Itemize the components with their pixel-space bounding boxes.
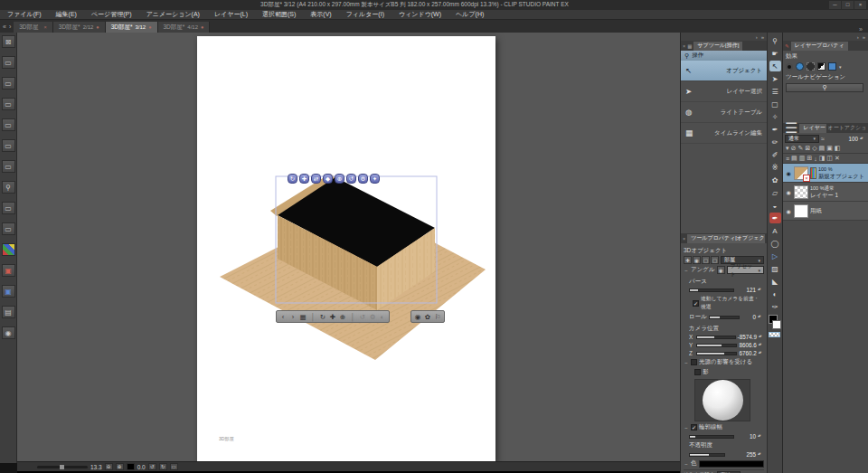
restore-button[interactable]: □	[842, 1, 854, 9]
object-rotate-y-icon[interactable]: ⊕	[335, 174, 344, 184]
layer-visibility-icon[interactable]: ◉	[785, 189, 792, 195]
subtool-timeline-edit[interactable]: ▦ タイムライン編集	[681, 123, 767, 144]
tab-status-icon[interactable]: ●	[201, 24, 203, 30]
text-tool[interactable]: A	[769, 225, 781, 236]
menu-item[interactable]: フィルター(I)	[339, 10, 392, 19]
camera-pan-icon[interactable]: ✚	[299, 174, 309, 184]
layer-color-icon[interactable]	[817, 62, 826, 71]
layer-thumbnail[interactable]: ×	[794, 166, 808, 180]
expression-color-icon[interactable]	[828, 62, 836, 71]
prev-object-button[interactable]: ‹	[279, 313, 287, 321]
layer-visibility-icon[interactable]: ◉	[785, 208, 792, 214]
stepper-icon[interactable]: ▴▾	[758, 288, 764, 292]
ruler-tool[interactable]: ☰	[769, 86, 781, 97]
auto-select-tool[interactable]: ✧	[769, 111, 781, 122]
tool-navigation-button[interactable]: ⚲	[786, 83, 863, 92]
camera-angle-icon[interactable]: ◉	[717, 266, 725, 274]
draft-layer[interactable]: ✎	[797, 145, 803, 152]
subtool-group-header[interactable]: ⚲ 操作	[681, 51, 767, 61]
next-object-button[interactable]: ›	[289, 313, 297, 321]
filter-dropdown[interactable]: ▾	[786, 145, 789, 152]
new-layer[interactable]: ▤	[791, 155, 797, 162]
subtool-object[interactable]: ↖ オブジェクト	[681, 61, 767, 81]
document-page[interactable]: ↻✚⇄◆⊕↺⚙✦ ‹›▦│↻✚⊕│↺⚙◐ ◉✿⚐ 3D部屋	[197, 36, 495, 461]
layer-row-paper[interactable]: ◉ 用紙	[783, 202, 868, 221]
roll-slider[interactable]	[709, 316, 740, 319]
separator[interactable]: │	[349, 313, 356, 321]
menu-item[interactable]: 表示(V)	[303, 10, 338, 19]
camera-shortcut[interactable]: ◉	[2, 326, 15, 339]
figure-tool[interactable]: ▷	[769, 251, 781, 261]
subtool-tab[interactable]: サブツール[操作]	[693, 42, 742, 51]
3d-scene[interactable]	[197, 36, 495, 461]
pen-tool[interactable]: ✒	[769, 124, 781, 135]
canvas-tab-1[interactable]: 3D部屋 ×	[14, 22, 53, 33]
panel-close-icon[interactable]: ×	[683, 236, 685, 241]
perspective-slider[interactable]	[689, 289, 734, 292]
panel-menu-icon[interactable]: »	[761, 34, 764, 40]
camera-orbit-icon[interactable]: ↻	[288, 174, 297, 184]
move-tool[interactable]: ☛	[769, 48, 781, 59]
light-sphere-button[interactable]: ◉	[414, 313, 421, 321]
object-rotate-x-icon[interactable]: ↺	[346, 174, 356, 184]
brush-tool[interactable]: ✐	[769, 149, 781, 160]
settings-disabled-button[interactable]: ⚙	[369, 313, 376, 321]
object-move-icon[interactable]: ◆	[323, 174, 333, 184]
layer-thumbnail[interactable]	[794, 204, 808, 218]
border-effect-icon[interactable]	[786, 63, 793, 71]
subtool-light-table[interactable]: ◍ ライトテーブル	[681, 102, 767, 123]
camera-dolly-icon[interactable]: ⇄	[311, 174, 321, 184]
close-button[interactable]: ×	[854, 1, 866, 9]
zoom-in-button[interactable]: ⊕	[116, 463, 124, 470]
camera-position-slider[interactable]	[696, 344, 737, 347]
stepper-icon[interactable]: ▴▾	[860, 137, 866, 141]
folder-person[interactable]: ▭	[2, 139, 15, 152]
enable-mask[interactable]: ▤	[819, 145, 826, 152]
opacity-slider[interactable]	[689, 453, 725, 457]
apply-mask[interactable]: ◫	[826, 155, 833, 162]
menu-item[interactable]: ページ管理(P)	[84, 10, 139, 19]
light-source-checkbox[interactable]	[691, 359, 697, 365]
rotate-disabled-button[interactable]: ↺	[359, 313, 366, 321]
menu-item[interactable]: 編集(E)	[49, 10, 84, 19]
stepper-icon[interactable]: ▴▾	[758, 452, 764, 457]
object-list-button[interactable]: ▦	[299, 313, 307, 321]
camera-move-button[interactable]: ✚	[329, 313, 336, 321]
layer-mask[interactable]: ◨	[819, 155, 826, 162]
correction-tool[interactable]: ✒	[769, 213, 781, 223]
material-image-blue[interactable]: ▣	[2, 285, 15, 298]
blend-mode-dropdown[interactable]: 通常 ▾	[785, 135, 819, 143]
rotate-right-button[interactable]: ↻	[159, 463, 167, 470]
object-tool-icon[interactable]: ✦	[370, 174, 380, 184]
camera-rotate-button[interactable]: ↻	[319, 313, 326, 321]
outline-slider[interactable]	[689, 435, 734, 439]
tab-status-icon[interactable]: ●	[96, 24, 99, 30]
transfer-layer[interactable]: ⊞	[807, 155, 812, 162]
balloon-tool[interactable]: ◯	[769, 238, 781, 249]
chevron-down-icon[interactable]: ▾	[839, 64, 842, 70]
layer-row-object[interactable]: ◉ × 100 % 新規オブジェクト	[783, 164, 868, 183]
camera-zoom-button[interactable]: ⊕	[339, 313, 346, 321]
zoom-tool[interactable]: ⚲	[769, 35, 781, 46]
delete-layer[interactable]: ✕	[835, 155, 840, 162]
rotate-left-button[interactable]: ↺	[148, 463, 156, 470]
menu-item[interactable]: ファイル(F)	[0, 10, 49, 19]
folder-users[interactable]: ▭	[2, 118, 15, 131]
material-image-red[interactable]: ▣	[2, 264, 15, 277]
folder-shortcut-2[interactable]: ▭	[2, 77, 15, 90]
pose-disabled-button[interactable]: ◐	[379, 313, 386, 321]
menu-item[interactable]: 選択範囲(S)	[255, 10, 303, 19]
eyedropper-tool[interactable]: ✑	[769, 301, 781, 312]
folder-shortcut-4[interactable]: ▭	[2, 160, 15, 173]
stepper-icon[interactable]: ▴▾	[758, 315, 764, 319]
panel-menu-icon[interactable]: »	[863, 34, 865, 40]
merge-down[interactable]: ↓	[814, 156, 817, 162]
object-slot-icon[interactable]: ▢	[702, 256, 710, 264]
layer-property-tab[interactable]: レイヤープロパティ	[791, 42, 848, 51]
airbrush-tool[interactable]: ※	[769, 162, 781, 173]
save-shortcut[interactable]: ▤	[2, 306, 15, 318]
light-direction-control[interactable]	[694, 379, 750, 421]
panel-collapse-icon[interactable]: ›	[857, 34, 859, 40]
panel-close-icon[interactable]: ×	[683, 43, 685, 49]
layer-thumbnail[interactable]	[794, 185, 808, 199]
